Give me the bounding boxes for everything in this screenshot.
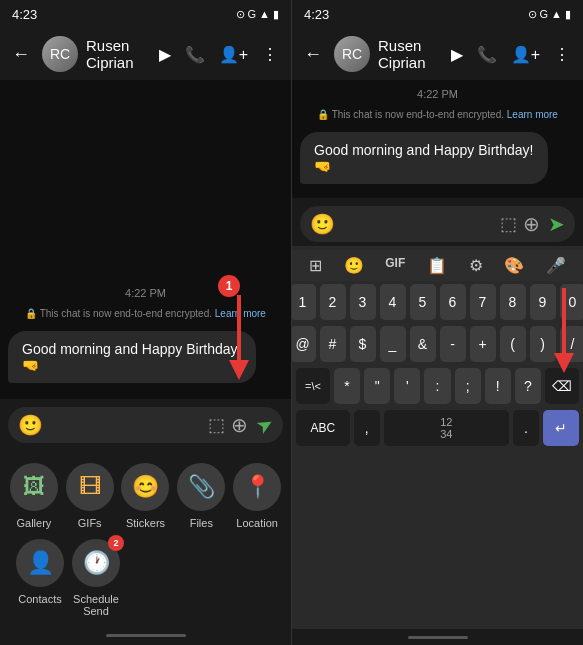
contact-name-left[interactable]: Rusen Ciprian — [86, 37, 146, 71]
schedule-label: Schedule Send — [73, 593, 119, 617]
home-indicator-right — [292, 629, 583, 645]
kb-key-abc[interactable]: ABC — [296, 410, 350, 446]
kb-mic-icon[interactable]: 🎤 — [542, 254, 570, 277]
kb-key-dollar[interactable]: $ — [350, 326, 376, 362]
attachment-stickers[interactable]: 😊 Stickers — [121, 463, 169, 529]
kb-clipboard-icon[interactable]: 📋 — [423, 254, 451, 277]
send-button-left[interactable]: ➤ — [251, 410, 278, 439]
kb-key-period[interactable]: . — [513, 410, 539, 446]
kb-key-colon[interactable]: : — [424, 368, 450, 404]
kb-key-3[interactable]: 3 — [350, 284, 376, 320]
kb-key-2[interactable]: 2 — [320, 284, 346, 320]
attachment-row-1-left: 🖼 Gallery 🎞 GIFs 😊 Stickers 📎 Files 📍 — [8, 463, 283, 529]
add-person-button-left[interactable]: 👤+ — [214, 41, 253, 68]
attachment-location[interactable]: 📍 Location — [233, 463, 281, 529]
gallery-label: Gallery — [16, 517, 51, 529]
kb-key-7[interactable]: 7 — [470, 284, 496, 320]
top-nav-right: ← RC Rusen Ciprian ▶ 📞 👤+ ⋮ — [292, 28, 583, 80]
avatar-left[interactable]: RC — [42, 36, 78, 72]
kb-row-numbers: 1 2 3 4 5 6 7 8 9 0 — [292, 281, 583, 323]
stickers-label: Stickers — [126, 517, 165, 529]
nav-actions-left: ▶ 📞 👤+ ⋮ — [154, 41, 283, 68]
input-icons-right: ⬚ ⊕ — [500, 212, 540, 236]
right-phone: 4:23 ⊙ G ▲ ▮ ← RC Rusen Ciprian ▶ 📞 👤+ ⋮… — [292, 0, 583, 645]
gifs-label: GIFs — [78, 517, 102, 529]
wifi-icon-left: G — [248, 8, 257, 20]
back-button-left[interactable]: ← — [8, 40, 34, 69]
more-button-left[interactable]: ⋮ — [257, 41, 283, 68]
keyboard-panel-right[interactable]: ⊞ 🙂 GIF 📋 ⚙ 🎨 🎤 1 2 3 4 5 6 7 8 9 0 — [292, 246, 583, 629]
input-row-left: 🙂 ⬚ ⊕ ➤ — [8, 407, 283, 443]
emoji-button-left[interactable]: 🙂 — [18, 413, 43, 437]
kb-bottom-row: ABC , 1234 . ↵ — [292, 407, 583, 449]
learn-more-link-right[interactable]: Learn more — [507, 109, 558, 120]
kb-key-more-symbols[interactable]: =\< — [296, 368, 330, 404]
call-button-right[interactable]: 📞 — [472, 41, 502, 68]
kb-key-plus[interactable]: + — [470, 326, 496, 362]
signal-icon-right: ▲ — [551, 8, 562, 20]
video-call-button-left[interactable]: ▶ — [154, 41, 176, 68]
status-bar-right: 4:23 ⊙ G ▲ ▮ — [292, 0, 583, 28]
kb-key-ampersand[interactable]: & — [410, 326, 436, 362]
kb-key-squote[interactable]: ' — [394, 368, 420, 404]
kb-key-1[interactable]: 1 — [292, 284, 316, 320]
battery-icon-left: ▮ — [273, 8, 279, 21]
time-left: 4:23 — [12, 7, 37, 22]
add-attachment-button-left[interactable]: ⊕ — [231, 413, 248, 437]
attachment-files[interactable]: 📎 Files — [177, 463, 225, 529]
kb-key-underscore[interactable]: _ — [380, 326, 406, 362]
kb-key-asterisk[interactable]: * — [334, 368, 360, 404]
status-icons-right: ⊙ G ▲ ▮ — [528, 8, 571, 21]
input-icons-left: ⬚ ⊕ — [208, 413, 248, 437]
copy-icon-right[interactable]: ⬚ — [500, 213, 517, 235]
emoji-button-right[interactable]: 🙂 — [310, 212, 335, 236]
kb-key-lparen[interactable]: ( — [500, 326, 526, 362]
kb-key-space[interactable]: 1234 — [384, 410, 509, 446]
location-icon: 📍 — [233, 463, 281, 511]
kb-key-at[interactable]: @ — [292, 326, 316, 362]
kb-emoji-icon[interactable]: 🙂 — [340, 254, 368, 277]
call-button-left[interactable]: 📞 — [180, 41, 210, 68]
red-arrow-left — [224, 295, 254, 389]
kb-gif-button[interactable]: GIF — [381, 254, 409, 277]
kb-key-enter[interactable]: ↵ — [543, 410, 579, 446]
attachment-schedule[interactable]: 🕐 2 Schedule Send — [72, 539, 120, 617]
video-call-button-right[interactable]: ▶ — [446, 41, 468, 68]
kb-key-8[interactable]: 8 — [500, 284, 526, 320]
kb-key-question[interactable]: ? — [515, 368, 541, 404]
attachment-contacts[interactable]: 👤 Contacts — [16, 539, 64, 617]
svg-marker-1 — [229, 360, 249, 380]
chat-area-right: 4:22 PM 🔒 This chat is now end-to-end en… — [292, 80, 583, 198]
more-button-right[interactable]: ⋮ — [549, 41, 575, 68]
kb-key-5[interactable]: 5 — [410, 284, 436, 320]
copy-icon-left[interactable]: ⬚ — [208, 414, 225, 436]
kb-key-comma[interactable]: , — [354, 410, 380, 446]
kb-grid-icon[interactable]: ⊞ — [305, 254, 326, 277]
kb-row-symbols2: =\< * " ' : ; ! ? ⌫ — [292, 365, 583, 407]
kb-key-semicolon[interactable]: ; — [455, 368, 481, 404]
input-area-left: 🙂 ⬚ ⊕ ➤ — [0, 399, 291, 447]
avatar-right[interactable]: RC — [334, 36, 370, 72]
red-arrow-right-overlay — [549, 288, 579, 382]
schedule-icon: 🕐 2 — [72, 539, 120, 587]
attachment-gifs[interactable]: 🎞 GIFs — [66, 463, 114, 529]
contact-name-right[interactable]: Rusen Ciprian — [378, 37, 438, 71]
back-button-right[interactable]: ← — [300, 40, 326, 69]
gallery-icon: 🖼 — [10, 463, 58, 511]
send-button-right[interactable]: ➤ — [548, 212, 565, 236]
add-person-button-right[interactable]: 👤+ — [506, 41, 545, 68]
kb-key-4[interactable]: 4 — [380, 284, 406, 320]
kb-key-dquote[interactable]: " — [364, 368, 390, 404]
rcs-notice-right: 🔒 This chat is now end-to-end encrypted.… — [300, 108, 575, 122]
kb-key-exclaim[interactable]: ! — [485, 368, 511, 404]
kb-key-6[interactable]: 6 — [440, 284, 466, 320]
input-area-right: 🙂 ⬚ ⊕ ➤ — [292, 198, 583, 246]
add-attachment-button-right[interactable]: ⊕ — [523, 212, 540, 236]
kb-palette-icon[interactable]: 🎨 — [500, 254, 528, 277]
left-phone: 4:23 ⊙ G ▲ ▮ ← RC Rusen Ciprian ▶ 📞 👤+ ⋮… — [0, 0, 291, 645]
attachment-gallery[interactable]: 🖼 Gallery — [10, 463, 58, 529]
input-row-right: 🙂 ⬚ ⊕ ➤ — [300, 206, 575, 242]
kb-key-dash[interactable]: - — [440, 326, 466, 362]
kb-key-hash[interactable]: # — [320, 326, 346, 362]
kb-settings-icon[interactable]: ⚙ — [465, 254, 487, 277]
